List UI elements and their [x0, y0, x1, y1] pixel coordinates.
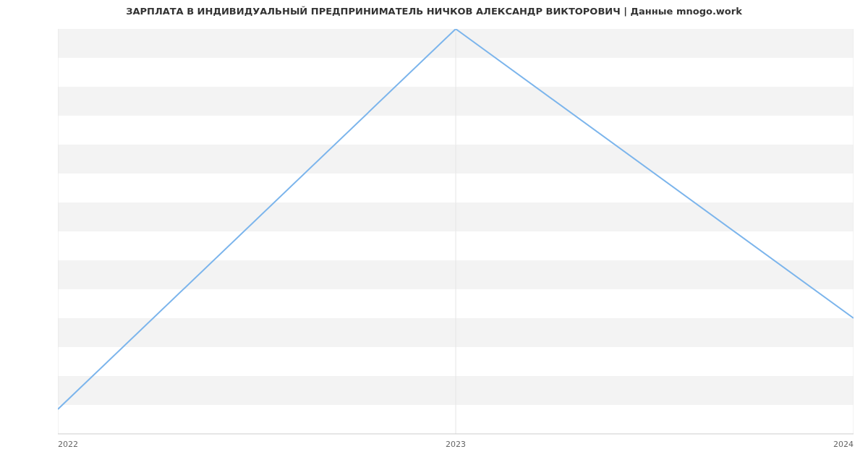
- x-tick-label: 2022: [58, 440, 78, 449]
- plot-area: 2200024000260002800030000320003400036000…: [58, 29, 854, 434]
- chart-title: ЗАРПЛАТА В ИНДИВИДУАЛЬНЫЙ ПРЕДПРИНИМАТЕЛ…: [0, 6, 868, 17]
- chart-container: ЗАРПЛАТА В ИНДИВИДУАЛЬНЫЙ ПРЕДПРИНИМАТЕЛ…: [0, 0, 868, 470]
- chart-svg: 2200024000260002800030000320003400036000…: [58, 29, 854, 463]
- x-tick-label: 2023: [446, 440, 466, 449]
- x-tick-label: 2024: [833, 440, 854, 449]
